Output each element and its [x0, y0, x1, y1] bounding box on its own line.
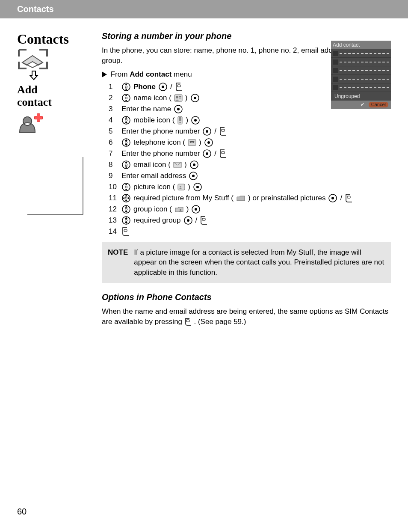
- sidebar-subtitle: Add contact: [17, 84, 90, 108]
- slash: /: [214, 127, 216, 136]
- svg-point-59: [195, 208, 197, 211]
- svg-point-25: [194, 119, 197, 122]
- step12-a: group icon (: [133, 205, 172, 214]
- svg-rect-36: [222, 152, 225, 154]
- softkey-icon: [184, 318, 192, 326]
- step6-b: ): [199, 138, 201, 147]
- sim-chip-icon: [18, 49, 48, 69]
- preview-row: [331, 66, 391, 75]
- page-number: 60: [17, 507, 27, 517]
- svg-rect-13: [179, 96, 181, 97]
- preview-check-icon: ✔: [361, 102, 364, 107]
- step-6: 6 telephone icon ( ): [109, 138, 391, 147]
- step8-b: ): [184, 160, 187, 169]
- arrowhead-icon: [102, 71, 107, 77]
- softkey-icon: [345, 193, 353, 203]
- svg-point-35: [206, 152, 208, 155]
- svg-rect-54: [347, 196, 350, 198]
- slash: /: [214, 149, 216, 158]
- svg-rect-31: [188, 140, 196, 146]
- preview-footer: ✔ Cancel: [331, 101, 391, 109]
- step4-b: ): [186, 116, 188, 125]
- nav-updown-icon: [121, 160, 131, 169]
- svg-rect-64: [202, 218, 205, 220]
- center-dot-icon: [174, 104, 183, 114]
- sidebar-title: Contacts: [17, 31, 90, 47]
- svg-point-57: [180, 209, 181, 211]
- nav-updown-icon: [121, 205, 131, 214]
- down-arrow-icon: [29, 70, 90, 83]
- svg-point-49: [196, 186, 199, 188]
- svg-point-63: [187, 219, 189, 222]
- center-dot-icon: [202, 149, 212, 158]
- step-9: 9 Enter email address: [109, 171, 391, 181]
- svg-point-45: [125, 186, 127, 188]
- svg-point-51: [125, 197, 127, 199]
- svg-point-5: [125, 86, 127, 88]
- heading-storing: Storing a number in your phone: [102, 31, 391, 41]
- center-dot-icon: [202, 127, 212, 136]
- preview-row: [331, 49, 391, 58]
- svg-point-43: [192, 175, 195, 177]
- softkey-icon: [219, 127, 228, 136]
- step-14: 14: [109, 227, 391, 236]
- svg-rect-8: [177, 85, 180, 87]
- preview-title: Add contact: [331, 41, 391, 49]
- svg-rect-3: [35, 116, 42, 119]
- nav-updown-icon: [121, 82, 131, 92]
- svg-point-16: [194, 97, 196, 99]
- slash: /: [170, 83, 172, 91]
- folder-icon: [236, 195, 245, 202]
- group-icon: [174, 206, 184, 213]
- note-box: NOTE If a picture image for a contact is…: [102, 242, 391, 283]
- svg-point-61: [125, 219, 127, 221]
- svg-point-41: [193, 163, 195, 166]
- slash: /: [340, 194, 342, 202]
- step4-a: mobile icon (: [133, 116, 174, 125]
- header-section-title: Contacts: [17, 4, 54, 14]
- slash: /: [195, 216, 198, 225]
- softkey-icon: [219, 149, 228, 158]
- step10-a: picture icon (: [133, 183, 175, 191]
- preview-ungrouped-label: Ungrouped: [334, 93, 360, 99]
- step11-a: required picture from My Stuff (: [133, 194, 234, 202]
- step2-b: ): [185, 94, 188, 102]
- name-icon: [174, 94, 183, 102]
- mobile-icon: [177, 116, 183, 125]
- center-dot-icon: [328, 193, 337, 203]
- svg-rect-22: [179, 117, 181, 121]
- step2-a: name icon (: [133, 94, 171, 102]
- center-dot-icon: [158, 82, 168, 92]
- email-icon: [173, 162, 182, 168]
- preview-ungrouped: Ungrouped: [331, 92, 391, 101]
- step-11: 11 required picture from My Stuff ( ) or…: [109, 193, 391, 203]
- center-dot-icon: [190, 93, 200, 103]
- heading-options: Options in Phone Contacts: [102, 292, 391, 302]
- softkey-icon: [200, 216, 208, 225]
- step11-b: ) or preinstalled pictures: [248, 194, 325, 202]
- add-text-line2: contact: [17, 96, 52, 108]
- from-bold: Add contact: [130, 70, 171, 78]
- step9-text: Enter email address: [121, 172, 186, 180]
- step-8: 8 email icon ( ): [109, 160, 391, 169]
- add-text-line1: Add: [17, 83, 38, 96]
- body2-b: . (See page 59.): [194, 318, 246, 326]
- softkey-icon: [121, 227, 130, 236]
- step-12: 12 group icon ( ): [109, 205, 391, 214]
- step6-a: telephone icon (: [133, 138, 185, 147]
- options-body: When the name and email address are bein…: [102, 306, 391, 327]
- center-dot-icon: [189, 160, 199, 169]
- nav-updown-icon: [121, 93, 131, 103]
- center-dot-icon: [189, 171, 198, 181]
- step12-b: ): [186, 205, 189, 214]
- center-dot-icon: [204, 138, 213, 147]
- step-7: 7 Enter the phone number /: [109, 149, 391, 158]
- svg-point-10: [125, 97, 127, 99]
- center-dot-icon: [191, 116, 200, 125]
- svg-point-27: [206, 130, 208, 133]
- center-dot-icon: [191, 205, 201, 214]
- step1-text: Phone: [133, 83, 156, 91]
- nav-updown-icon: [121, 138, 131, 147]
- svg-point-38: [125, 163, 127, 166]
- svg-point-47: [180, 186, 181, 187]
